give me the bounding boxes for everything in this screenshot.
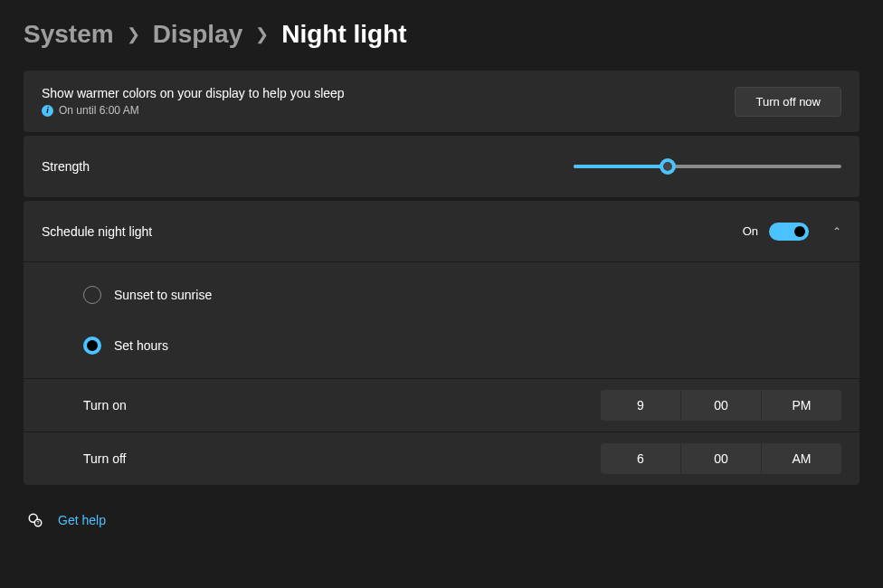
breadcrumb-system[interactable]: System bbox=[24, 20, 114, 49]
description-status: i On until 6:00 AM bbox=[42, 104, 345, 117]
breadcrumb: System ❯ Display ❯ Night light bbox=[24, 20, 859, 49]
radio-sethours-row[interactable]: Set hours bbox=[24, 320, 859, 371]
get-help-link[interactable]: ? Get help bbox=[24, 512, 859, 528]
schedule-label: Schedule night light bbox=[42, 224, 152, 239]
status-text: On until 6:00 AM bbox=[59, 104, 139, 117]
chevron-up-icon[interactable]: ⌃ bbox=[832, 225, 841, 238]
schedule-toggle-label: On bbox=[743, 224, 758, 238]
turn-off-now-button[interactable]: Turn off now bbox=[735, 87, 841, 117]
radio-sethours-label: Set hours bbox=[114, 338, 168, 353]
radio-sunset-row[interactable]: Sunset to sunrise bbox=[24, 270, 859, 320]
get-help-label: Get help bbox=[58, 513, 106, 527]
chevron-right-icon: ❯ bbox=[255, 24, 269, 44]
turn-off-period[interactable]: AM bbox=[762, 443, 841, 474]
strength-label: Strength bbox=[42, 159, 90, 174]
turn-on-label: Turn on bbox=[83, 398, 127, 413]
info-icon: i bbox=[42, 105, 53, 117]
turn-on-period[interactable]: PM bbox=[762, 390, 841, 421]
help-icon: ? bbox=[27, 512, 43, 528]
turn-off-label: Turn off bbox=[83, 451, 126, 466]
svg-text:?: ? bbox=[37, 520, 40, 526]
description-title: Show warmer colors on your display to he… bbox=[42, 86, 345, 100]
description-card: Show warmer colors on your display to he… bbox=[24, 71, 859, 132]
radio-sunset[interactable] bbox=[83, 286, 101, 304]
schedule-card: Schedule night light On ⌃ Sunset to sunr… bbox=[24, 201, 859, 485]
breadcrumb-display[interactable]: Display bbox=[153, 20, 243, 49]
chevron-right-icon: ❯ bbox=[127, 24, 140, 44]
schedule-toggle[interactable] bbox=[769, 223, 809, 241]
turn-on-hour[interactable]: 9 bbox=[601, 390, 680, 421]
radio-sethours[interactable] bbox=[83, 337, 101, 355]
strength-card: Strength bbox=[24, 136, 859, 197]
turn-off-minute[interactable]: 00 bbox=[681, 443, 761, 474]
breadcrumb-current: Night light bbox=[281, 20, 406, 49]
turn-off-row: Turn off 6 00 AM bbox=[24, 432, 859, 485]
turn-off-hour[interactable]: 6 bbox=[601, 443, 680, 474]
radio-sunset-label: Sunset to sunrise bbox=[114, 288, 212, 302]
strength-slider[interactable] bbox=[574, 165, 841, 168]
turn-on-minute[interactable]: 00 bbox=[681, 390, 761, 421]
turn-on-row: Turn on 9 00 PM bbox=[24, 378, 859, 432]
